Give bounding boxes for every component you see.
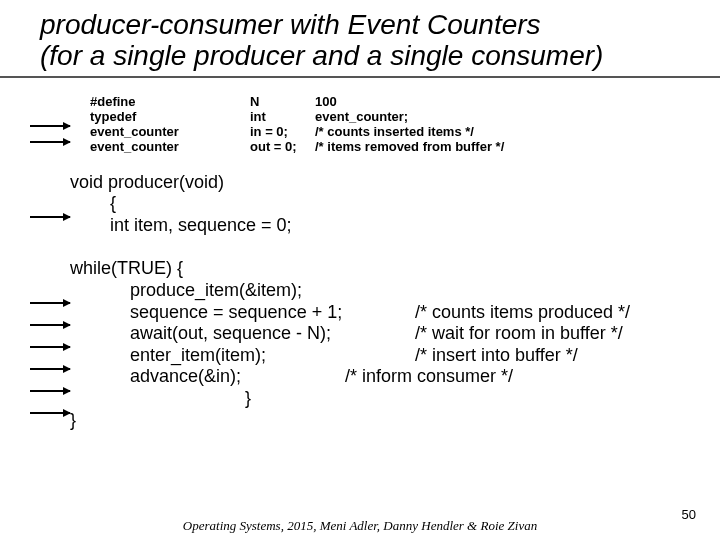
footer-text: Operating Systems, 2015, Meni Adler, Dan… bbox=[0, 518, 720, 534]
code-block: void producer(void) { int item, sequence… bbox=[0, 154, 720, 432]
decl-mid: N bbox=[250, 94, 315, 109]
decl-mid: int bbox=[250, 109, 315, 124]
arrow-icon bbox=[30, 302, 70, 304]
code-line: advance(&in); /* inform consumer */ bbox=[70, 366, 720, 388]
arrow-icon bbox=[30, 141, 70, 143]
decl-val: event_counter; bbox=[315, 109, 408, 124]
decl-val: /* items removed from buffer */ bbox=[315, 139, 504, 154]
decl-row: typedef int event_counter; bbox=[0, 109, 720, 124]
stmt: enter_item(item); bbox=[130, 345, 266, 365]
comment: /* inform consumer */ bbox=[345, 366, 513, 388]
code-line: enter_item(item); /* insert into buffer … bbox=[70, 345, 720, 367]
decl-kw: event_counter bbox=[90, 124, 250, 139]
code-line: sequence = sequence + 1; /* counts items… bbox=[70, 302, 720, 324]
code-line: int item, sequence = 0; bbox=[70, 215, 720, 237]
arrow-icon bbox=[30, 346, 70, 348]
decl-row: event_counter out = 0; /* items removed … bbox=[0, 139, 720, 154]
code-line: produce_item(&item); bbox=[70, 280, 720, 302]
blank-line bbox=[70, 236, 720, 258]
comment: /* counts items produced */ bbox=[415, 302, 630, 324]
code-line: void producer(void) bbox=[70, 172, 720, 194]
decl-val: 100 bbox=[315, 94, 337, 109]
code-line: } bbox=[70, 410, 720, 432]
code-line: } bbox=[70, 388, 720, 410]
code-line: await(out, sequence - N); /* wait for ro… bbox=[70, 323, 720, 345]
decl-mid: in = 0; bbox=[250, 124, 315, 139]
arrow-icon bbox=[30, 412, 70, 414]
arrow-icon bbox=[30, 390, 70, 392]
title-line-2: (for a single producer and a single cons… bbox=[40, 40, 603, 71]
page-number: 50 bbox=[682, 507, 696, 522]
arrow-icon bbox=[30, 125, 70, 127]
decl-mid: out = 0; bbox=[250, 139, 315, 154]
code-line: { bbox=[70, 193, 720, 215]
decl-val: /* counts inserted items */ bbox=[315, 124, 474, 139]
comment: /* insert into buffer */ bbox=[415, 345, 578, 367]
arrow-icon bbox=[30, 216, 70, 218]
arrow-icon bbox=[30, 324, 70, 326]
stmt: await(out, sequence - N); bbox=[130, 323, 331, 343]
arrow-icon bbox=[30, 368, 70, 370]
decl-kw: event_counter bbox=[90, 139, 250, 154]
stmt: sequence = sequence + 1; bbox=[130, 302, 342, 322]
stmt: advance(&in); bbox=[130, 366, 241, 386]
decl-kw: #define bbox=[90, 94, 250, 109]
title-line-1: producer-consumer with Event Counters bbox=[40, 9, 541, 40]
decl-row: event_counter in = 0; /* counts inserted… bbox=[0, 124, 720, 139]
slide-title: producer-consumer with Event Counters (f… bbox=[0, 0, 720, 78]
decl-kw: typedef bbox=[90, 109, 250, 124]
comment: /* wait for room in buffer */ bbox=[415, 323, 623, 345]
decl-row: #define N 100 bbox=[0, 94, 720, 109]
code-line: while(TRUE) { bbox=[70, 258, 720, 280]
